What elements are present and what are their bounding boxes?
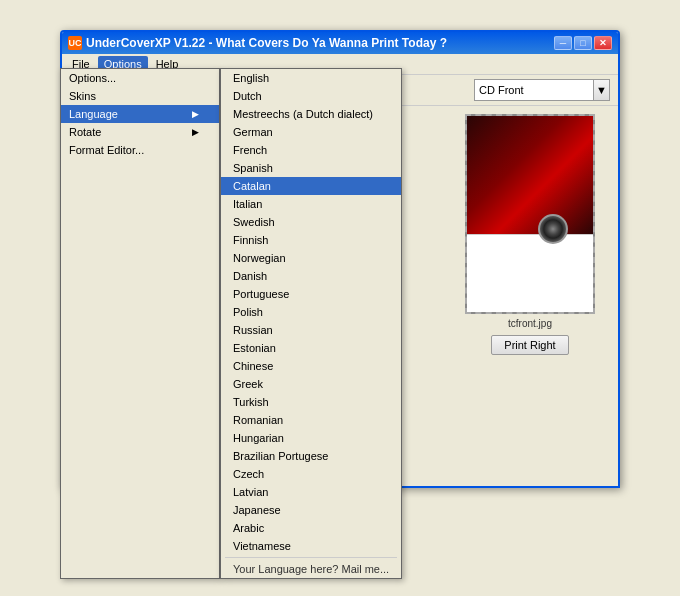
lang-norwegian[interactable]: Norwegian: [221, 249, 401, 267]
title-bar-left: UC UnderCoverXP V1.22 - What Covers Do Y…: [68, 36, 447, 50]
lang-estonian[interactable]: Estonian: [221, 339, 401, 357]
lang-russian[interactable]: Russian: [221, 321, 401, 339]
lang-czech[interactable]: Czech: [221, 465, 401, 483]
close-button[interactable]: ✕: [594, 36, 612, 50]
menu-option-rotate[interactable]: Rotate ▶: [61, 123, 219, 141]
lang-swedish[interactable]: Swedish: [221, 213, 401, 231]
cd-disc-icon: [538, 214, 568, 244]
lang-finnish[interactable]: Finnish: [221, 231, 401, 249]
lang-latvian[interactable]: Latvian: [221, 483, 401, 501]
lang-portuguese[interactable]: Portuguese: [221, 285, 401, 303]
language-submenu-popup: English Dutch Mestreechs (a Dutch dialec…: [220, 68, 402, 579]
language-submenu-arrow: ▶: [192, 109, 199, 119]
menu-option-skins[interactable]: Skins: [61, 87, 219, 105]
menu-option-language[interactable]: Language ▶: [61, 105, 219, 123]
lang-hungarian[interactable]: Hungarian: [221, 429, 401, 447]
lang-dutch[interactable]: Dutch: [221, 87, 401, 105]
minimize-button[interactable]: ─: [554, 36, 572, 50]
title-controls: ─ □ ✕: [554, 36, 612, 50]
lang-turkish[interactable]: Turkish: [221, 393, 401, 411]
lang-chinese[interactable]: Chinese: [221, 357, 401, 375]
right-image-bottom: [467, 234, 593, 312]
lang-german[interactable]: German: [221, 123, 401, 141]
menu-option-format-editor[interactable]: Format Editor...: [61, 141, 219, 159]
lang-romanian[interactable]: Romanian: [221, 411, 401, 429]
menu-option-options[interactable]: Options...: [61, 69, 219, 87]
right-filename: tcfront.jpg: [508, 318, 552, 329]
right-album-image: [467, 116, 593, 312]
title-bar: UC UnderCoverXP V1.22 - What Covers Do Y…: [62, 32, 618, 54]
lang-mestreechs[interactable]: Mestreechs (a Dutch dialect): [221, 105, 401, 123]
right-image-frame: [465, 114, 595, 314]
lang-italian[interactable]: Italian: [221, 195, 401, 213]
lang-polish[interactable]: Polish: [221, 303, 401, 321]
lang-danish[interactable]: Danish: [221, 267, 401, 285]
window-title: UnderCoverXP V1.22 - What Covers Do Ya W…: [86, 36, 447, 50]
lang-spanish[interactable]: Spanish: [221, 159, 401, 177]
lang-english[interactable]: English: [221, 69, 401, 87]
rotate-submenu-arrow: ▶: [192, 127, 199, 137]
lang-greek[interactable]: Greek: [221, 375, 401, 393]
lang-catalan[interactable]: Catalan: [221, 177, 401, 195]
lang-footer[interactable]: Your Language here? Mail me...: [221, 560, 401, 578]
maximize-button[interactable]: □: [574, 36, 592, 50]
lang-french[interactable]: French: [221, 141, 401, 159]
right-image-top: [467, 116, 593, 234]
cd-front-dropdown-btn[interactable]: ▼: [594, 79, 610, 101]
app-icon: UC: [68, 36, 82, 50]
menu-option-language-label: Language: [69, 108, 118, 120]
lang-japanese[interactable]: Japanese: [221, 501, 401, 519]
print-right-button[interactable]: Print Right: [491, 335, 568, 355]
cd-front-select[interactable]: CD Front: [474, 79, 594, 101]
lang-brazilian-portugese[interactable]: Brazilian Portugese: [221, 447, 401, 465]
lang-vietnamese[interactable]: Vietnamese: [221, 537, 401, 555]
lang-arabic[interactable]: Arabic: [221, 519, 401, 537]
lang-separator: [225, 557, 397, 558]
dropdown-container: Options... Skins Language ▶ Rotate ▶ For…: [60, 68, 402, 579]
menu-option-rotate-label: Rotate: [69, 126, 101, 138]
cd-front-area: CD Front ▼: [474, 79, 610, 101]
right-panel: tcfront.jpg Print Right: [450, 114, 610, 478]
options-menu-popup: Options... Skins Language ▶ Rotate ▶ For…: [60, 68, 220, 579]
